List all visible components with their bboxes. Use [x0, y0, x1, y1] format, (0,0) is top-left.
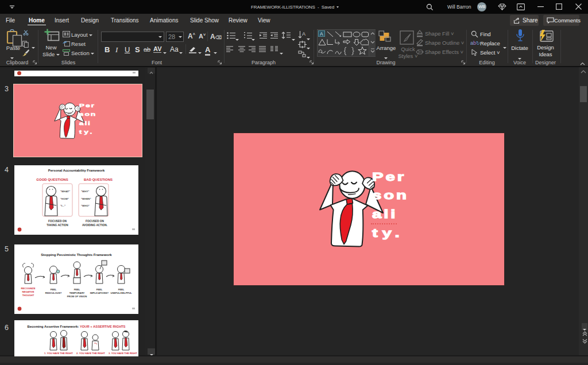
svg-text:"WHY": "WHY" [81, 190, 89, 193]
svg-text:"WHAT": "WHAT" [60, 190, 70, 193]
svg-text:FEEL: FEEL [51, 288, 57, 291]
svg-text:NEGATIVE: NEGATIVE [22, 290, 34, 293]
svg-text:TAKING ACTION: TAKING ACTION [47, 224, 68, 227]
svg-text:FEEL: FEEL [118, 288, 125, 291]
svg-text:Personal Accountability Framew: Personal Accountability Framework [48, 169, 105, 172]
svg-text:"WHO": "WHO" [81, 204, 90, 207]
svg-text:"HOW": "HOW" [60, 197, 69, 200]
svg-text:FEEL: FEEL [96, 288, 103, 291]
svg-text:FOCUSED ON: FOCUSED ON [86, 220, 105, 223]
svg-text:"I...": "I..." [60, 204, 65, 207]
svg-text:TEMPORARY: TEMPORARY [69, 292, 85, 294]
svg-text:FROM OF VISION: FROM OF VISION [67, 295, 87, 298]
svg-text:AVOIDING ACTION.: AVOIDING ACTION. [82, 224, 107, 227]
svg-text:3. YOU HAVE THE RIGHT: 3. YOU HAVE THE RIGHT [109, 352, 137, 355]
svg-text:IMPLICATIONS?: IMPLICATIONS? [90, 292, 109, 294]
svg-text:RECOGNIZE: RECOGNIZE [21, 287, 36, 290]
svg-text:FOCUSED ON: FOCUSED ON [48, 220, 67, 223]
svg-text:RIDICULOUS?: RIDICULOUS? [45, 292, 62, 294]
svg-text:Stopping Pessimistic Thoughts: Stopping Pessimistic Thoughts Framework [41, 253, 112, 257]
svg-text:THOUGHT: THOUGHT [22, 294, 34, 297]
svg-text:1. YOU HAVE THE RIGHT: 1. YOU HAVE THE RIGHT [44, 352, 73, 355]
svg-text:FEEL: FEEL [74, 288, 80, 291]
svg-text:A: A [302, 31, 305, 37]
svg-text:USEFUL/HELPFUL: USEFUL/HELPFUL [110, 292, 132, 294]
svg-text:A: A [320, 31, 323, 37]
svg-text:"WHEN": "WHEN" [81, 197, 91, 200]
svg-text:Becoming Assertive Framework:: Becoming Assertive Framework: YOUR + ASS… [27, 325, 125, 328]
svg-text:BAD QUESTIONS: BAD QUESTIONS [84, 178, 113, 181]
svg-text:2. YOU HAVE THE RIGHT: 2. YOU HAVE THE RIGHT [76, 352, 105, 355]
svg-text:GOOD QUESTIONS: GOOD QUESTIONS [36, 178, 68, 181]
